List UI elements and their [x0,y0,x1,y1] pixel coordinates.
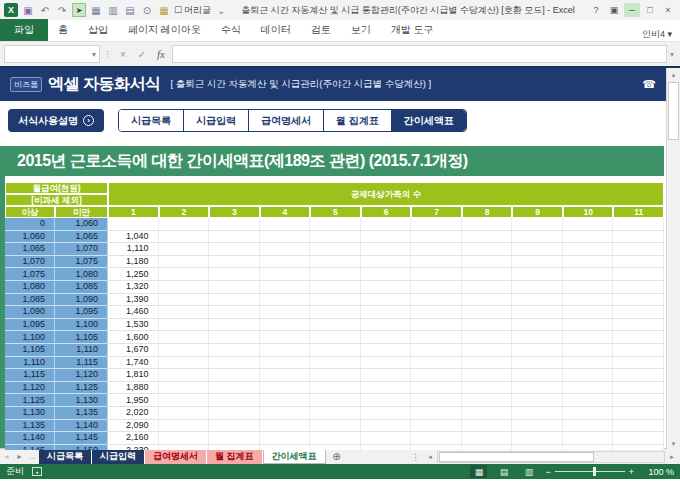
namebox-dropdown-icon[interactable]: ▾ [92,50,96,59]
vertical-scroll-thumb[interactable] [668,82,679,140]
tax-cell[interactable]: 2,090 [108,420,159,433]
tax-cell[interactable] [512,382,563,395]
tax-cell[interactable] [563,344,614,357]
range-cell[interactable]: 1,125 [55,382,108,395]
nav-tab-wage-input[interactable]: 시급입력 [183,110,248,131]
tax-cell[interactable] [209,369,260,382]
formula-expand-icon[interactable]: ▾ [670,50,676,59]
tax-cell[interactable] [260,306,311,319]
tax-cell[interactable] [613,394,664,407]
tax-cell[interactable] [209,218,260,231]
tax-cell[interactable] [159,344,210,357]
tax-cell[interactable] [209,394,260,407]
tax-cell[interactable] [411,331,462,344]
nav-tab-wage-list[interactable]: 시급목록 [119,110,183,131]
tax-cell[interactable] [411,306,462,319]
tax-cell[interactable]: 1,390 [108,294,159,307]
tax-cell[interactable]: 1,740 [108,357,159,370]
page-layout-view-icon[interactable]: ▤ [495,465,512,478]
range-cell[interactable]: 1,060 [5,231,55,244]
tax-cell[interactable] [411,256,462,269]
tax-cell[interactable]: 1,460 [108,306,159,319]
tax-cell[interactable] [159,420,210,433]
tax-cell[interactable] [563,445,614,450]
tax-cell[interactable]: 2,160 [108,432,159,445]
tax-cell[interactable] [563,319,614,332]
range-cell[interactable]: 1,090 [55,294,108,307]
tax-cell[interactable] [411,382,462,395]
cancel-icon[interactable]: × [115,46,131,62]
tax-cell[interactable] [361,243,412,256]
tax-cell[interactable] [613,281,664,294]
tax-cell[interactable] [260,256,311,269]
range-cell[interactable]: 1,075 [55,256,108,269]
ribbon-tab-home[interactable]: 홈 [48,19,78,41]
range-cell[interactable]: 1,120 [55,369,108,382]
checkbox-icon[interactable]: ☐ [174,5,182,15]
tax-cell[interactable] [512,231,563,244]
tax-cell[interactable] [462,306,513,319]
tax-cell[interactable] [159,382,210,395]
range-cell[interactable]: 1,070 [5,256,55,269]
range-cell[interactable]: 1,145 [55,432,108,445]
range-cell[interactable]: 1,070 [55,243,108,256]
tax-cell[interactable] [310,268,361,281]
tax-cell[interactable] [361,319,412,332]
tax-cell[interactable] [361,382,412,395]
tax-cell[interactable]: 2,020 [108,407,159,420]
range-cell[interactable]: 1,130 [5,407,55,420]
tax-cell[interactable] [159,319,210,332]
tax-cell[interactable] [159,432,210,445]
tax-cell[interactable] [411,394,462,407]
tax-cell[interactable] [361,445,412,450]
range-cell[interactable]: 1,110 [5,357,55,370]
tax-cell[interactable] [563,432,614,445]
tax-cell[interactable] [613,268,664,281]
tax-cell[interactable] [310,344,361,357]
tax-cell[interactable] [159,369,210,382]
save-icon[interactable]: ▣ [21,3,35,17]
enter-check-icon[interactable]: ✓ [134,46,150,62]
tax-cell[interactable] [209,432,260,445]
tax-cell[interactable] [613,445,664,450]
tax-cell[interactable] [462,231,513,244]
tax-cell[interactable] [260,319,311,332]
range-cell[interactable]: 1,080 [55,268,108,281]
range-cell[interactable]: 1,090 [5,306,55,319]
tax-cell[interactable] [563,357,614,370]
tax-cell[interactable] [613,218,664,231]
range-cell[interactable]: 1,105 [5,344,55,357]
tax-cell[interactable] [512,281,563,294]
tax-cell[interactable] [411,243,462,256]
tax-cell[interactable] [361,294,412,307]
tax-cell[interactable] [512,243,563,256]
tax-cell[interactable] [310,319,361,332]
minimize-icon[interactable]: ─ [624,3,640,17]
tax-cell[interactable] [411,218,462,231]
tax-cell[interactable] [310,231,361,244]
range-cell[interactable]: 1,085 [5,294,55,307]
tax-cell[interactable] [159,445,210,450]
tax-cell[interactable] [411,231,462,244]
tax-cell[interactable] [310,445,361,450]
tax-cell[interactable] [260,231,311,244]
range-cell[interactable]: 1,110 [55,344,108,357]
tax-cell[interactable] [159,268,210,281]
tax-cell[interactable] [159,256,210,269]
tax-cell[interactable] [361,231,412,244]
range-cell[interactable]: 1,095 [55,306,108,319]
sheet-tab-wage-list[interactable]: 시급목록 [39,449,92,464]
tax-cell[interactable] [563,231,614,244]
tax-cell[interactable] [462,268,513,281]
range-cell[interactable]: 1,115 [55,357,108,370]
tax-cell[interactable]: 1,180 [108,256,159,269]
sheet-tab-pay-statement[interactable]: 급여명세서 [145,449,207,464]
tax-cell[interactable] [563,268,614,281]
tax-cell[interactable] [209,382,260,395]
tax-cell[interactable] [209,445,260,450]
tax-cell[interactable] [613,256,664,269]
range-cell[interactable]: 1,060 [55,218,108,231]
tax-cell[interactable] [411,407,462,420]
range-cell[interactable]: 1,105 [55,331,108,344]
formula-input[interactable] [172,45,667,63]
